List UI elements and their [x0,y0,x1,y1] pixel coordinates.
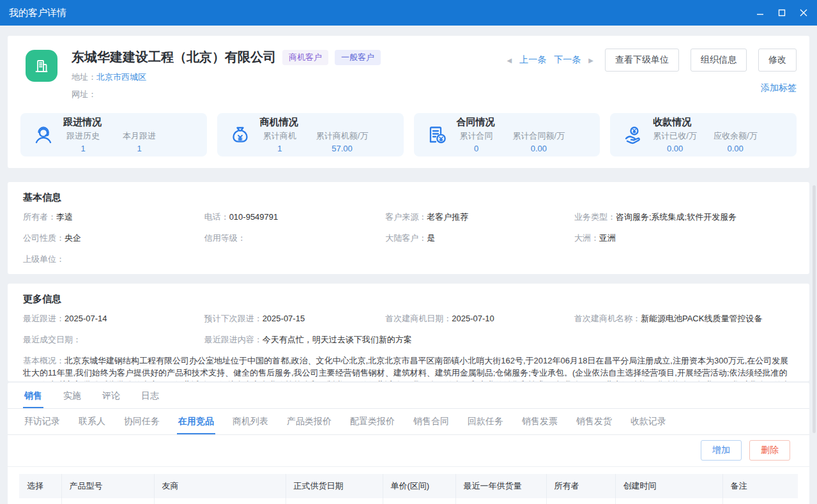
stat-title: 合同情况 [457,116,565,128]
tag-opportunity-customer: 商机客户 [282,50,328,65]
cell-created: 2025-07-14 17:12 [615,498,722,504]
tab-comments[interactable]: 评论 [101,384,121,408]
metric-label: 累计合同 [457,130,496,142]
cell-owner: 晁盖 [546,498,615,504]
metric-label: 累计商机 [260,130,300,142]
money-bag-icon [229,123,252,146]
field-phone: 电话：010-9549791 [204,211,386,223]
stat-card-opportunity: 商机情况 累计商机1 累计商机额/万57.00 [217,113,404,157]
metric-label: 跟进历史 [63,130,103,142]
subtab-visit-records[interactable]: 拜访记录 [23,409,61,434]
metric-value: 1 [63,144,103,153]
prev-arrow-icon[interactable]: ◀ [507,57,512,64]
col-product-model: 产品型号 [61,474,154,498]
table-toolbar: 增加 删除 [8,435,809,467]
field-last-followup: 最近跟进：2025-07-14 [23,313,204,325]
subtab-config-quotes[interactable]: 配置类报价 [349,409,396,434]
company-building-icon [26,50,57,82]
window-titlebar: 我的客户详情 [0,0,817,26]
subtab-payment-tasks[interactable]: 回款任务 [466,409,505,434]
col-remark: 备注 [722,474,798,498]
metric-value: 0 [457,144,496,153]
close-icon[interactable] [799,8,808,17]
field-mainland-customer: 大陆客户：是 [385,233,574,244]
stat-card-contract: 合同情况 累计合同0 累计合同额/万0.00 [414,113,600,157]
website-label: 网址： [72,89,96,99]
add-button[interactable]: 增加 [701,440,742,461]
subtab-product-quotes[interactable]: 产品类报价 [286,409,333,434]
address-link[interactable]: 北京市西城区 [96,72,146,82]
metric-value: 0.00 [653,144,697,153]
view-sub-units-button[interactable]: 查看下级单位 [605,49,679,72]
field-last-deal-date: 最近成交日期： [23,334,204,346]
col-unit-price: 单价(区间) [383,474,455,498]
next-record-link[interactable]: 下一条 [554,54,581,66]
sub-tabs: 拜访记录 联系人 协同任务 在用竞品 商机列表 产品类报价 配置类报价 销售合同… [8,409,809,435]
col-created: 创建时间 [615,474,722,498]
metric-value: 1 [260,144,300,153]
field-last-followup-content: 最近跟进内容：今天有点忙，明天过去谈下我们新的方案 [204,334,574,346]
subtab-competing-products[interactable]: 在用竞品 [177,409,215,434]
subtab-contacts[interactable]: 联系人 [77,409,107,434]
competing-products-table: 选择 产品型号 友商 正式供货日期 单价(区间) 最近一年供货量 所有者 创建时… [19,474,798,504]
add-tag-link[interactable]: 添加标签 [761,82,797,94]
metric-label: 累计合同额/万 [513,130,565,142]
field-customer-source: 客户来源：老客户推荐 [385,211,574,223]
vertical-scrollbar[interactable] [813,185,816,433]
col-competitor: 友商 [154,474,286,498]
next-arrow-icon[interactable]: ▶ [588,57,593,64]
col-supply-date: 正式供货日期 [286,474,383,498]
field-company-nature: 公司性质：央企 [23,233,204,244]
more-info-section: 更多信息 最近跟进：2025-07-14 预计下次跟进：2025-07-15 首… [8,284,809,381]
headset-person-icon [32,123,55,146]
metric-label: 应收余额/万 [714,130,758,142]
metric-label: 累计商机额/万 [316,130,369,142]
stat-card-payment: 收款情况 累计已收/万0.00 应收余额/万0.00 [610,113,797,157]
col-owner: 所有者 [546,474,615,498]
stat-title: 跟进情况 [63,116,159,128]
address-label: 地址： [72,72,96,82]
payment-hand-icon [622,123,645,146]
field-first-opportunity-name: 首次建商机名称：新能源电池PACK线质量管控设备 [574,313,794,325]
stat-title: 商机情况 [260,116,369,128]
subtab-sales-shipments[interactable]: 销售发货 [575,409,613,434]
window-title: 我的客户详情 [9,7,66,19]
metric-value: 0.00 [714,144,758,153]
delete-button[interactable]: 删除 [749,440,790,461]
cell-supply-date: 2025-01-01 [286,498,383,504]
stat-card-followup: 跟进情况 跟进历史1 本月跟进1 [20,113,207,157]
metric-value: 57.00 [316,144,369,153]
maximize-icon[interactable] [777,8,786,17]
subtab-collab-tasks[interactable]: 协同任务 [123,409,161,434]
customer-header-card: 东城华建建设工程（北京）有限公司 商机客户 一般客户 地址：北京市西城区 网址：… [8,36,809,168]
contract-icon [425,123,448,146]
subtab-sales-invoices[interactable]: 销售发票 [521,409,559,434]
tab-implementation[interactable]: 实施 [62,384,82,408]
more-info-title: 更多信息 [23,293,794,305]
field-continent: 大洲：亚洲 [574,233,794,244]
table-header-row: 选择 产品型号 友商 正式供货日期 单价(区间) 最近一年供货量 所有者 创建时… [19,474,798,498]
main-tabs: 销售 实施 评论 日志 [8,384,809,409]
metric-value: 1 [119,144,159,153]
basic-info-title: 基本信息 [23,192,794,204]
field-credit-rating: 信用等级： [204,233,386,244]
col-last-year-volume: 最近一年供货量 [455,474,546,498]
minimize-icon[interactable] [756,8,765,17]
metric-label: 本月跟进 [119,130,159,142]
basic-info-section: 基本信息 所有者：李逵 电话：010-9549791 客户来源：老客户推荐 业务… [8,182,809,274]
metric-value: 0.00 [513,144,565,153]
subtab-opportunity-list[interactable]: 商机列表 [231,409,270,434]
metric-label: 累计已收/万 [653,130,697,142]
table-row: 23JHDFAH 浙江华友钴业股份有限公司 2025-01-01 晁盖 2025… [19,498,798,504]
field-business-type: 业务类型：咨询服务;系统集成;软件开发服务 [574,211,794,223]
tab-sales[interactable]: 销售 [23,384,43,408]
prev-record-link[interactable]: 上一条 [519,54,546,66]
cell-competitor: 浙江华友钴业股份有限公司 [154,498,286,504]
field-owner: 所有者：李逵 [23,211,204,223]
subtab-sales-contracts[interactable]: 销售合同 [412,409,450,434]
tab-logs[interactable]: 日志 [140,384,160,408]
org-info-button[interactable]: 组织信息 [691,49,747,72]
modify-button[interactable]: 修改 [758,49,797,72]
tag-general-customer: 一般客户 [335,50,381,65]
subtab-payment-records[interactable]: 收款记录 [629,409,668,434]
